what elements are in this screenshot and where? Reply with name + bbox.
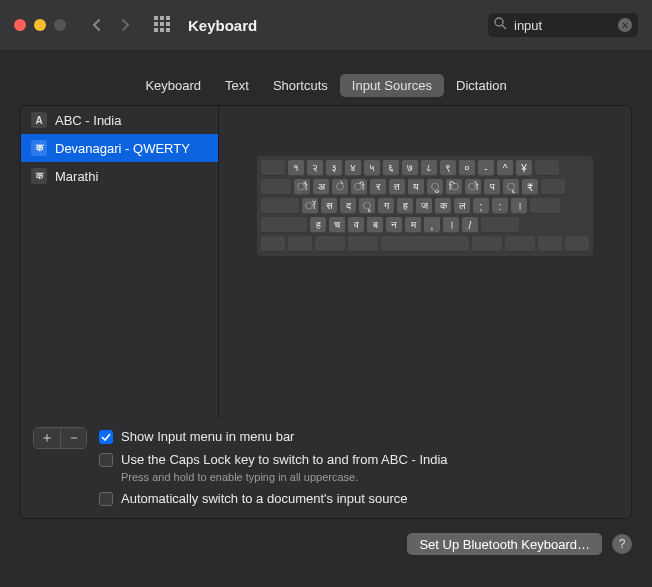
tab-dictation[interactable]: Dictation: [444, 74, 519, 97]
source-icon: क: [31, 168, 47, 184]
key: ।: [443, 217, 459, 233]
key: /: [462, 217, 478, 233]
add-remove-group: ＋ －: [33, 427, 87, 449]
auto-switch-checkbox[interactable]: [99, 492, 113, 506]
key: ह: [310, 217, 326, 233]
forward-button[interactable]: [114, 14, 136, 36]
key: न: [386, 217, 402, 233]
source-icon: क: [31, 140, 47, 156]
search-input[interactable]: [488, 13, 638, 37]
source-item[interactable]: AABC - India: [21, 106, 218, 134]
modifier-key: [261, 217, 307, 233]
bluetooth-keyboard-button[interactable]: Set Up Bluetooth Keyboard…: [407, 533, 602, 555]
modifier-key: [565, 236, 589, 252]
add-source-button[interactable]: ＋: [34, 428, 60, 448]
minimize-window-button[interactable]: [34, 19, 46, 31]
tab-bar: KeyboardTextShortcutsInput SourcesDictat…: [0, 74, 652, 97]
key: ^: [497, 160, 513, 176]
source-label: ABC - India: [55, 113, 121, 128]
key: स: [321, 198, 337, 214]
show-menu-checkbox[interactable]: [99, 430, 113, 444]
modifier-key: [261, 198, 299, 214]
tab-text[interactable]: Text: [213, 74, 261, 97]
remove-source-button[interactable]: －: [60, 428, 86, 448]
key: ।: [511, 198, 527, 214]
key: ¥: [516, 160, 532, 176]
modifier-key: [315, 236, 345, 252]
source-item[interactable]: कMarathi: [21, 162, 218, 190]
key: ल: [454, 198, 470, 214]
key: ८: [421, 160, 437, 176]
back-button[interactable]: [86, 14, 108, 36]
key: व: [348, 217, 364, 233]
modifier-key: [261, 160, 285, 176]
window-controls: [14, 19, 66, 31]
modifier-key: [541, 179, 565, 195]
source-item[interactable]: कDevanagari - QWERTY: [21, 134, 218, 162]
input-sources-panel: AABC - IndiaकDevanagari - QWERTYकMarathi…: [20, 105, 632, 519]
key: ०: [459, 160, 475, 176]
modifier-key: [381, 236, 469, 252]
key: ₹: [522, 179, 538, 195]
modifier-key: [288, 236, 312, 252]
key: ५: [364, 160, 380, 176]
search-icon: [494, 17, 507, 33]
nav-buttons: [86, 14, 136, 36]
titlebar: Keyboard ✕: [0, 0, 652, 50]
key: ौ: [294, 179, 310, 195]
modifier-key: [261, 179, 291, 195]
modifier-key: [261, 236, 285, 252]
zoom-window-button[interactable]: [54, 19, 66, 31]
key: ह: [397, 198, 413, 214]
key: ो: [465, 179, 481, 195]
key: ज: [416, 198, 432, 214]
key: ,: [424, 217, 440, 233]
key: २: [307, 160, 323, 176]
key: द: [340, 198, 356, 214]
window-title: Keyboard: [188, 17, 478, 34]
key: त: [389, 179, 405, 195]
options-group: Show Input menu in menu bar Use the Caps…: [99, 427, 619, 506]
show-all-icon[interactable]: [154, 16, 172, 34]
key: ग: [378, 198, 394, 214]
key: ९: [440, 160, 456, 176]
key: म: [405, 217, 421, 233]
tab-keyboard[interactable]: Keyboard: [133, 74, 213, 97]
caps-lock-checkbox[interactable]: [99, 453, 113, 467]
modifier-key: [535, 160, 559, 176]
key: ६: [383, 160, 399, 176]
key: ;: [473, 198, 489, 214]
source-label: Marathi: [55, 169, 98, 184]
input-sources-list: AABC - IndiaकDevanagari - QWERTYकMarathi: [21, 106, 219, 419]
caps-lock-help: Press and hold to enable typing in all u…: [121, 471, 619, 483]
show-menu-label: Show Input menu in menu bar: [121, 429, 294, 444]
key: ु: [427, 179, 443, 195]
bottom-bar: Set Up Bluetooth Keyboard… ?: [0, 519, 652, 555]
key: १: [288, 160, 304, 176]
close-window-button[interactable]: [14, 19, 26, 31]
tab-shortcuts[interactable]: Shortcuts: [261, 74, 340, 97]
key: ब: [367, 217, 383, 233]
key: :: [492, 198, 508, 214]
key: ृ: [359, 198, 375, 214]
key: ि: [446, 179, 462, 195]
modifier-key: [530, 198, 560, 214]
key: ी: [351, 179, 367, 195]
caps-lock-label: Use the Caps Lock key to switch to and f…: [121, 452, 448, 467]
tab-input-sources[interactable]: Input Sources: [340, 74, 444, 97]
keyboard-layout: १२३४५६७८९०-^¥ौअेीरतयुिोपृ₹ॉसदृगहजकल;:।हच…: [257, 156, 593, 256]
key: च: [329, 217, 345, 233]
modifier-key: [348, 236, 378, 252]
key: र: [370, 179, 386, 195]
auto-switch-label: Automatically switch to a document's inp…: [121, 491, 407, 506]
clear-search-button[interactable]: ✕: [618, 18, 632, 32]
modifier-key: [481, 217, 519, 233]
source-icon: A: [31, 112, 47, 128]
key: ७: [402, 160, 418, 176]
search-field[interactable]: ✕: [488, 13, 638, 37]
key: अ: [313, 179, 329, 195]
key: प: [484, 179, 500, 195]
keyboard-preview: १२३४५६७८९०-^¥ौअेीरतयुिोपृ₹ॉसदृगहजकल;:।हच…: [219, 106, 631, 419]
help-button[interactable]: ?: [612, 534, 632, 554]
svg-line-1: [502, 25, 506, 29]
